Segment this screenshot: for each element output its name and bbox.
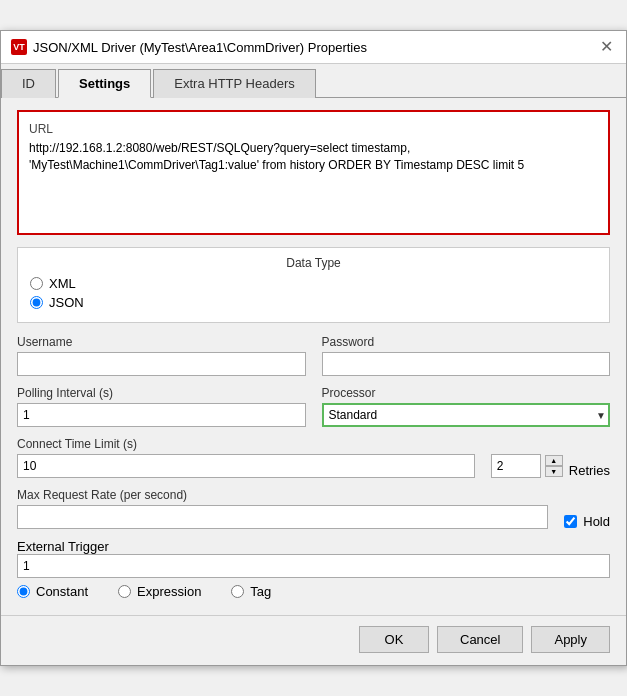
data-type-section: Data Type XML JSON [17, 247, 610, 323]
hold-checkbox-row: Hold [564, 514, 610, 529]
settings-content: URL http://192.168.1.2:8080/web/REST/SQL… [1, 98, 626, 615]
retries-label: Retries [569, 463, 610, 478]
tag-label: Tag [250, 584, 271, 599]
tag-radio[interactable] [231, 585, 244, 598]
processor-label: Processor [322, 386, 611, 400]
retries-down-button[interactable]: ▼ [545, 466, 563, 477]
url-section: URL http://192.168.1.2:8080/web/REST/SQL… [17, 110, 610, 235]
url-label: URL [29, 122, 598, 136]
password-group: Password [322, 335, 611, 376]
url-input[interactable]: http://192.168.1.2:8080/web/REST/SQLQuer… [29, 140, 598, 220]
json-radio-row: JSON [30, 295, 597, 310]
tag-radio-row: Tag [231, 584, 271, 599]
external-trigger-label: External Trigger [17, 539, 109, 554]
polling-input[interactable] [17, 403, 306, 427]
data-type-label: Data Type [30, 256, 597, 270]
apply-button[interactable]: Apply [531, 626, 610, 653]
xml-label: XML [49, 276, 76, 291]
button-bar: OK Cancel Apply [1, 615, 626, 665]
tab-settings[interactable]: Settings [58, 69, 151, 98]
hold-checkbox[interactable] [564, 515, 577, 528]
hold-label: Hold [583, 514, 610, 529]
connect-time-label: Connect Time Limit (s) [17, 437, 475, 451]
retries-inline: ▲ ▼ [491, 454, 563, 478]
processor-select-wrapper: Standard Custom ▼ [322, 403, 611, 427]
ok-button[interactable]: OK [359, 626, 429, 653]
main-window: VT JSON/XML Driver (MyTest\Area1\CommDri… [0, 30, 627, 666]
connect-time-input[interactable] [17, 454, 475, 478]
hold-group: Hold [564, 488, 610, 529]
expression-radio-row: Expression [118, 584, 201, 599]
password-input[interactable] [322, 352, 611, 376]
title-bar-left: VT JSON/XML Driver (MyTest\Area1\CommDri… [11, 39, 367, 55]
polling-group: Polling Interval (s) [17, 386, 306, 427]
json-label: JSON [49, 295, 84, 310]
window-title: JSON/XML Driver (MyTest\Area1\CommDriver… [33, 40, 367, 55]
tab-id[interactable]: ID [1, 69, 56, 98]
trigger-type-options: Constant Expression Tag [17, 584, 610, 603]
expression-radio[interactable] [118, 585, 131, 598]
polling-processor-row: Polling Interval (s) Processor Standard … [17, 386, 610, 427]
polling-label: Polling Interval (s) [17, 386, 306, 400]
external-trigger-group: External Trigger Constant Expression Tag [17, 539, 610, 603]
connect-time-group: Connect Time Limit (s) [17, 437, 475, 478]
retries-input[interactable] [491, 454, 541, 478]
processor-select[interactable]: Standard Custom [322, 403, 611, 427]
max-request-group: Max Request Rate (per second) [17, 488, 548, 529]
cancel-button[interactable]: Cancel [437, 626, 523, 653]
username-label: Username [17, 335, 306, 349]
max-request-input[interactable] [17, 505, 548, 529]
credentials-row: Username Password [17, 335, 610, 376]
tab-bar: ID Settings Extra HTTP Headers [1, 64, 626, 98]
xml-radio-row: XML [30, 276, 597, 291]
connect-retries-row: Connect Time Limit (s) ▲ ▼ Retries [17, 437, 610, 478]
json-radio[interactable] [30, 296, 43, 309]
retries-up-button[interactable]: ▲ [545, 455, 563, 466]
username-group: Username [17, 335, 306, 376]
close-button[interactable]: ✕ [596, 37, 616, 57]
password-label: Password [322, 335, 611, 349]
retries-group: ▲ ▼ Retries [491, 454, 610, 478]
constant-radio-row: Constant [17, 584, 88, 599]
tab-extra-http[interactable]: Extra HTTP Headers [153, 69, 315, 98]
expression-label: Expression [137, 584, 201, 599]
app-icon: VT [11, 39, 27, 55]
title-bar: VT JSON/XML Driver (MyTest\Area1\CommDri… [1, 31, 626, 64]
processor-group: Processor Standard Custom ▼ [322, 386, 611, 427]
retries-spinner: ▲ ▼ [545, 455, 563, 477]
constant-label: Constant [36, 584, 88, 599]
constant-radio[interactable] [17, 585, 30, 598]
username-input[interactable] [17, 352, 306, 376]
xml-radio[interactable] [30, 277, 43, 290]
max-request-row: Max Request Rate (per second) Hold [17, 488, 610, 529]
external-trigger-input[interactable] [17, 554, 610, 578]
max-request-label: Max Request Rate (per second) [17, 488, 548, 502]
